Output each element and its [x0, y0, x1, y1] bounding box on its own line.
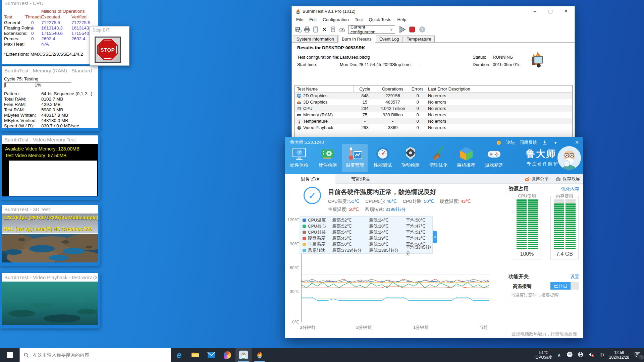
cpu-usage-value: 100%: [513, 251, 541, 257]
alarm-toggle[interactable]: 已开启: [550, 282, 579, 290]
table-row-3d-graphics[interactable]: 3D Graphics 15 463577 0 No errors: [295, 99, 572, 105]
cpu-row-executed: N/A: [41, 42, 49, 47]
row-operations: -: [376, 119, 409, 124]
menu-quick-tests[interactable]: Quick Tests: [366, 16, 394, 24]
nav-label: 驱动检测: [398, 162, 423, 168]
table-row-2d-graphics[interactable]: 2D Graphics 848 229156 0 No errors: [295, 93, 572, 99]
tray-expand-chevron[interactable]: ∧: [555, 352, 563, 358]
taskbar-mail-icon[interactable]: [203, 348, 219, 362]
nav-build-recommend[interactable]: 装机推荐: [453, 144, 479, 172]
sensor-label: CPU封装:: [402, 199, 422, 204]
start-button[interactable]: [0, 348, 19, 362]
minimize-button[interactable]: –: [527, 6, 543, 16]
gamepad-icon: [486, 146, 502, 162]
nav-hardware-checkup[interactable]: 硬件体检: [286, 144, 312, 172]
underwater-video-frame: [2, 282, 98, 325]
chevron-down-icon: ∨: [390, 27, 393, 32]
lu-minimize-button[interactable]: —: [563, 140, 569, 145]
settings-link[interactable]: 设置: [570, 274, 579, 280]
screenshot-button[interactable]: 保存截屏: [555, 174, 580, 184]
x-axis-label: 1分钟前: [413, 324, 429, 330]
window-burnintest-video-playback: BurnInTest - Video Playback - test.wmv (…: [0, 273, 100, 328]
legend-max: 最高:3719转/分: [332, 247, 369, 253]
stop-time-label: Stop time:: [392, 62, 412, 67]
table-row-memory[interactable]: Memory (RAM) 75 939 Billion 0 No errors: [295, 112, 572, 118]
y-axis-label: 60℃: [286, 265, 299, 270]
memory-usage-value: 7.4 GB: [551, 251, 578, 257]
cpu-row-label: Max Heat:: [4, 42, 25, 47]
taskbar-edge-icon[interactable]: e: [171, 348, 187, 362]
action-center-icon[interactable]: 3: [633, 352, 642, 358]
sensor-label: 硬盘温度:: [440, 199, 460, 204]
menu-test[interactable]: Test: [352, 16, 366, 24]
feedback-link[interactable]: 问题反馈: [520, 139, 537, 145]
ime-indicator[interactable]: 中: [598, 352, 606, 358]
menu-edit[interactable]: Edit: [306, 16, 320, 24]
tray-cpu-temp[interactable]: 51℃ CPU温度: [536, 350, 552, 360]
tab-event-log[interactable]: Event Log: [376, 36, 403, 42]
video-playback-body: [2, 282, 98, 325]
table-row-video-playback[interactable]: Video Playback 263 3369 0 No errors: [295, 124, 572, 131]
memory-usage-gauge: 内存使用 7.4 GB: [550, 196, 579, 259]
legend-name: 主板温度: [308, 241, 332, 247]
close-button[interactable]: ✕: [558, 6, 574, 16]
menu-caret-icon[interactable]: ▾: [552, 140, 558, 145]
nav-temperature-manage[interactable]: 温度管理: [342, 144, 368, 172]
memory-field-label: Free RAM:: [4, 102, 26, 107]
nav-driver-detect[interactable]: 驱动检测: [398, 144, 423, 172]
legend-min: 最低:50℃: [369, 241, 406, 247]
legend-name: 风扇转速: [308, 247, 332, 253]
subtab-energy-saving[interactable]: 节能降温: [335, 174, 386, 184]
save-report-icon[interactable]: [294, 25, 303, 34]
lu-header: 鲁大师 5.20.1240 论坛 问题反馈 ▾ — ✕ 硬件体检: [285, 137, 583, 174]
nav-performance-test[interactable]: 性能测试: [370, 144, 395, 172]
nav-cleanup-optimize[interactable]: 清理优化: [426, 144, 451, 172]
certificate-icon[interactable]: V: [329, 25, 337, 34]
stop-tests-button[interactable]: [407, 25, 417, 34]
tab-system-information[interactable]: System Information: [293, 36, 338, 42]
stop-time-value: -: [420, 62, 421, 67]
stop-button[interactable]: STOP: [95, 37, 121, 63]
forum-link[interactable]: 论坛: [506, 139, 515, 145]
lu-close-button[interactable]: ✕: [574, 140, 580, 145]
start-tests-button[interactable]: [397, 25, 407, 34]
nav-game-selection[interactable]: 游戏精选: [481, 144, 507, 172]
progress-percent: 1%: [5, 83, 71, 87]
help-button[interactable]: ?: [417, 25, 427, 34]
legend-avg: 平均:51℃: [406, 229, 432, 235]
optimize-memory-link[interactable]: 优化内存: [561, 186, 579, 192]
menu-file[interactable]: File: [293, 16, 306, 24]
weibo-share-button[interactable]: 微博分享: [525, 174, 549, 184]
menu-help[interactable]: Help: [394, 16, 409, 24]
start-time-value: Mon Dec 28 11:54:45 2020: [340, 62, 392, 67]
x-axis-label: 3分钟前: [300, 324, 315, 330]
taskbar-search[interactable]: [19, 348, 171, 362]
tab-burn-in-results[interactable]: Burn In Results: [338, 35, 375, 43]
volume-muted-icon[interactable]: [588, 352, 595, 358]
gauge-icon[interactable]: [337, 25, 346, 34]
legend-collapse-handle[interactable]: <: [433, 231, 437, 243]
new-report-icon[interactable]: [311, 25, 320, 34]
download-icon[interactable]: [542, 140, 548, 145]
taskbar-explorer-icon[interactable]: [187, 348, 203, 362]
taskbar-ludashi-icon[interactable]: [235, 348, 252, 362]
cpu-row-executed: 712275.5: [41, 20, 60, 25]
taskbar-burnintest-icon[interactable]: [252, 348, 268, 362]
network-globe-icon[interactable]: [577, 352, 584, 358]
maximize-button[interactable]: ▢: [543, 6, 558, 16]
print-icon[interactable]: [303, 25, 311, 34]
table-row-temperature[interactable]: Temperature - - 0 No errors: [295, 118, 572, 124]
subtab-temperature-monitor[interactable]: 温度监控: [285, 174, 335, 184]
taskbar-paint3d-icon[interactable]: [219, 348, 235, 362]
tray-clock[interactable]: 12:59 2020/12/28: [609, 350, 629, 360]
nav-hardware-detect[interactable]: 硬件检测: [315, 144, 340, 172]
tray-ludashi-icon[interactable]: [566, 352, 574, 358]
menu-configuration[interactable]: Configuration: [320, 16, 352, 24]
configuration-combobox[interactable]: Current configuration ∨: [348, 25, 395, 34]
sensor-label: 主板温度:: [328, 207, 347, 212]
tab-temperature[interactable]: Temperature: [403, 36, 435, 42]
delete-icon[interactable]: ✕: [320, 25, 329, 34]
memory-field-label: Pattern:: [4, 91, 20, 96]
search-input[interactable]: [32, 352, 153, 358]
table-row-cpu[interactable]: CPU 234 4.042 Trillion 0 No errors: [295, 105, 572, 112]
